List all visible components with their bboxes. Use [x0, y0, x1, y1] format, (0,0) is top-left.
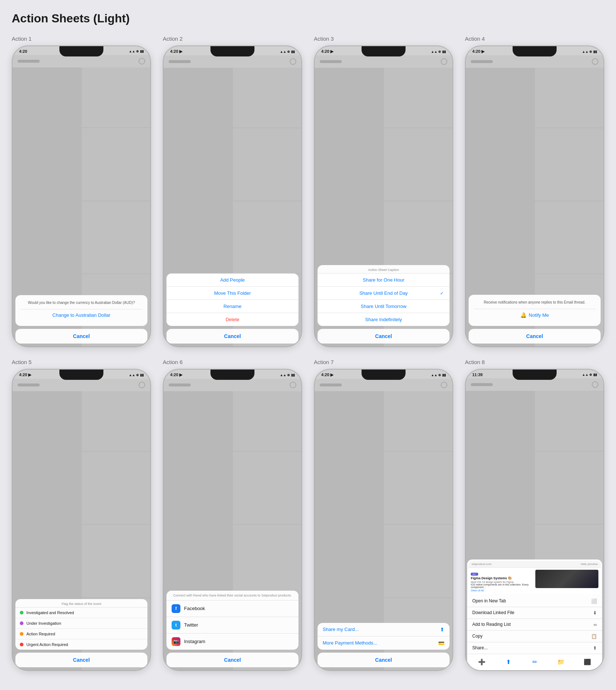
action-3-label: Action 3 [314, 36, 453, 42]
toolbar-btn-plus[interactable]: ➕ [477, 657, 487, 667]
instagram-label: Instagram [184, 639, 205, 644]
top-bar-circle-2 [290, 58, 296, 65]
top-bar-8 [466, 378, 604, 391]
toolbar-btn-share[interactable]: ⬆ [503, 657, 513, 667]
payment-label: More Payment Methods... [323, 640, 377, 646]
phone-content-2: Add People Move This Folder Rename Delet… [164, 55, 301, 346]
status-item-urgent[interactable]: Urgent Action Required [15, 639, 147, 650]
action1-cancel[interactable]: Cancel [15, 329, 147, 344]
action-4-phone: 4:20 ▶ ▲▲ ⊕ ▮▮ Receive notifications whe… [465, 45, 604, 347]
action-7-label: Action 7 [314, 359, 453, 365]
action6-facebook[interactable]: f Facebook [166, 601, 298, 617]
web-domain: setproduct.com [472, 562, 492, 566]
action3-cancel[interactable]: Cancel [318, 329, 450, 344]
status-dot-red [20, 643, 23, 646]
top-bar-circle-7 [441, 382, 447, 388]
facebook-label: Facebook [184, 606, 205, 611]
status-time-7: 4:20 ▶ [321, 372, 333, 377]
flag-caption: Flag the status of the event [15, 599, 147, 608]
share-icon: ⬆ [440, 627, 444, 632]
phone-content: Would you like to change the currency to… [12, 55, 150, 346]
top-bar-3 [315, 55, 452, 68]
alert-text-4: Receive notifications when anyone replie… [474, 300, 595, 305]
status-item-investigation[interactable]: Under Investigation [15, 618, 147, 629]
action6-cancel[interactable]: Cancel [166, 653, 298, 667]
action2-cancel[interactable]: Cancel [166, 329, 298, 344]
top-bar-line-3 [320, 60, 342, 63]
top-bar [12, 55, 150, 67]
action-1-label: Action 1 [12, 36, 151, 42]
action3-share-indefinitely[interactable]: Share Indefinitely [318, 313, 450, 326]
action2-rename[interactable]: Rename [166, 300, 298, 313]
action4-notify[interactable]: 🔔 Notify Me [474, 309, 595, 321]
twitter-icon: t [172, 621, 180, 630]
web-tag: SET [471, 573, 478, 576]
top-bar-line-4 [471, 60, 493, 63]
action3-share-end-of-day[interactable]: Share Until End of Day [318, 287, 450, 300]
action2-add-people[interactable]: Add People [166, 274, 298, 287]
status-icons-4: ▲▲ ⊕ ▮▮ [582, 50, 597, 54]
status-icons-5: ▲▲ ⊕ ▮▮ [129, 373, 144, 377]
status-icons-2: ▲▲ ⊕ ▮▮ [280, 50, 295, 54]
status-item-resolved[interactable]: Investigated and Resolved [15, 608, 147, 618]
action-7-phone: 4:20 ▶ ▲▲ ⊕ ▮▮ Share my Card... ⬆ [314, 369, 453, 671]
phone-notch-4 [513, 46, 557, 56]
status-time-2: 4:20 ▶ [170, 49, 182, 54]
action8-reading-list[interactable]: Add to Reading List ∞ [467, 619, 602, 631]
action8-download[interactable]: Download Linked File ⬇ [467, 607, 602, 619]
hide-preview-btn[interactable]: Hide preview [581, 562, 598, 566]
status-item-action[interactable]: Action Required [15, 629, 147, 639]
top-bar-circle-6 [290, 382, 296, 388]
action2-move-folder[interactable]: Move This Folder [166, 287, 298, 300]
share-action-icon: ⬆ [593, 645, 597, 651]
phone-content-5: Flag the status of the event Investigate… [12, 379, 150, 670]
action-8-label: Action 8 [465, 359, 604, 365]
action-sheet-overlay-5: Flag the status of the event Investigate… [12, 596, 150, 670]
action-1-phone: 4:20 ▲▲ ⊕ ▮▮ Would you like to change th… [12, 45, 151, 347]
phone-notch-6 [210, 370, 254, 380]
phone-notch-3 [362, 46, 406, 56]
action3-share-hour[interactable]: Share for One Hour [318, 274, 450, 287]
phone-content-6: Connect with friend who have linked thei… [164, 379, 301, 670]
action6-twitter[interactable]: t Twitter [166, 617, 298, 634]
status-icons-7: ▲▲ ⊕ ▮▮ [431, 373, 446, 377]
bottom-toolbar: ➕ ⬆ ✏ 📁 ⬛ [467, 654, 602, 670]
action-5-phone: 4:20 ▶ ▲▲ ⊕ ▮▮ Flag the status of the ev… [12, 369, 151, 671]
top-bar-circle-8 [592, 381, 598, 388]
action6-instagram[interactable]: 📷 Instagram [166, 634, 298, 650]
action5-cancel[interactable]: Cancel [15, 653, 147, 667]
top-bar-5 [12, 379, 150, 391]
action8-copy[interactable]: Copy 📋 [467, 631, 602, 642]
action-sheet-overlay-1: Would you like to change the currency to… [12, 292, 150, 346]
toolbar-btn-folder[interactable]: 📁 [556, 657, 566, 667]
web-preview: setproduct.com Hide preview SET Figma De… [469, 561, 601, 594]
action-sheet-main-5: Flag the status of the event Investigate… [15, 599, 147, 650]
download-icon: ⬇ [593, 610, 597, 616]
status-time-6: 4:20 ▶ [170, 372, 182, 377]
action3-share-tomorrow[interactable]: Share Until Tomorrow [318, 300, 450, 313]
status-icons-3: ▲▲ ⊕ ▮▮ [431, 50, 446, 54]
toolbar-btn-grid[interactable]: ⬛ [582, 657, 593, 667]
phone-notch-2 [210, 46, 254, 56]
web-orion-label: Orion UI kit - [471, 589, 534, 592]
top-bar-line [18, 60, 40, 63]
payment-icon: 💳 [438, 640, 444, 646]
action7-more-payment[interactable]: More Payment Methods... 💳 [318, 636, 450, 650]
action8-open-new-tab[interactable]: Open in New Tab ⬜ [467, 595, 602, 607]
action-sheet-overlay-4: Receive notifications when anyone replie… [466, 292, 604, 346]
action8-sheet: setproduct.com Hide preview SET Figma De… [466, 558, 604, 670]
action2-delete[interactable]: Delete [166, 313, 298, 326]
action7-share-card[interactable]: Share my Card... ⬆ [318, 623, 450, 636]
action-3-phone: 4:20 ▶ ▲▲ ⊕ ▮▮ Action Sheet Caption Shar… [314, 45, 453, 347]
action7-cancel[interactable]: Cancel [318, 653, 450, 667]
toolbar-btn-edit[interactable]: ✏ [529, 657, 540, 667]
status-icons: ▲▲ ⊕ ▮▮ [129, 49, 144, 53]
status-label-action: Action Required [26, 632, 55, 636]
action-sheet-main-3: Action Sheet Caption Share for One Hour … [318, 265, 450, 326]
status-icons-8: ▲▲ ⊕ ▮▮ [582, 373, 597, 377]
action8-share[interactable]: Share... ⬆ [467, 642, 602, 654]
action-6-label: Action 6 [163, 359, 302, 365]
action1-change[interactable]: Change to Australian Dollar [21, 309, 142, 321]
top-bar-circle [139, 58, 145, 65]
action4-cancel[interactable]: Cancel [469, 329, 601, 344]
